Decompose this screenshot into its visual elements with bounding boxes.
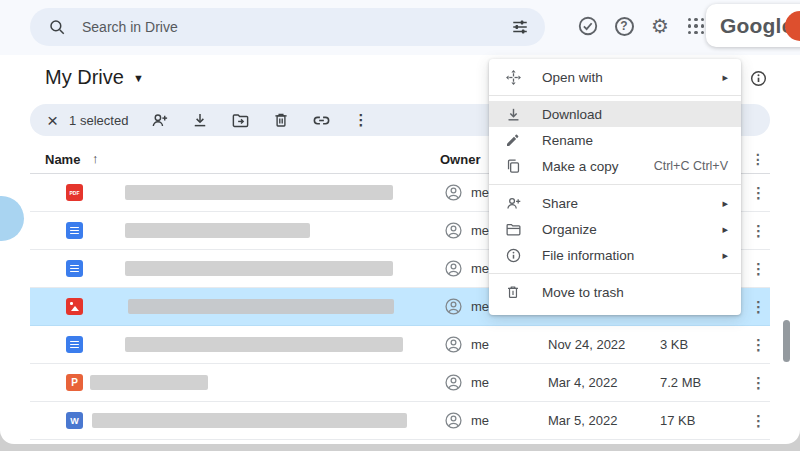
move-to-folder-icon[interactable]	[231, 111, 250, 130]
menu-item-file-information[interactable]: File information ▸	[489, 242, 741, 268]
more-options-icon[interactable]: ⋮	[751, 412, 766, 430]
owner-label: me	[471, 299, 489, 314]
rename-icon	[505, 132, 525, 148]
view-details-icon[interactable]	[749, 69, 768, 92]
page-title: My Drive	[45, 66, 124, 89]
menu-divider	[489, 273, 741, 274]
owner-avatar	[444, 373, 463, 392]
more-options-icon[interactable]: ⋮	[751, 374, 766, 392]
menu-item-make-a-copy[interactable]: Make a copy Ctrl+C Ctrl+V	[489, 153, 741, 179]
menu-item-organize[interactable]: Organize ▸	[489, 216, 741, 242]
owner-label: me	[471, 261, 489, 276]
copy-icon	[505, 158, 525, 175]
download-icon	[505, 106, 525, 123]
redacted-file-name	[92, 413, 407, 428]
open-with-icon	[505, 69, 525, 86]
more-actions-icon[interactable]: ⋮	[353, 111, 368, 129]
owner-label: me	[471, 185, 489, 200]
owner-label: me	[471, 223, 489, 238]
menu-divider	[489, 95, 741, 96]
google-docs-file-icon	[66, 260, 83, 277]
chevron-down-icon: ▼	[133, 72, 144, 84]
google-docs-file-icon	[66, 336, 83, 353]
clear-selection-icon[interactable]: ×	[47, 111, 58, 130]
more-options-icon[interactable]: ⋮	[751, 184, 766, 202]
search-icon	[48, 18, 66, 36]
redacted-file-name	[125, 185, 393, 200]
column-options-icon[interactable]: ⋮	[751, 151, 765, 167]
owner-avatar	[444, 183, 463, 202]
owner-avatar	[444, 335, 463, 354]
trash-icon	[505, 284, 525, 300]
table-row[interactable]: W me Mar 5, 2022 17 KB ⋮	[30, 402, 770, 440]
top-bar: ? ⚙ Google	[0, 0, 800, 55]
column-header-name[interactable]: Name	[45, 152, 80, 167]
pdf-file-icon: PDF	[66, 184, 83, 201]
owner-label: me	[471, 413, 489, 428]
modified-date: Nov 24, 2022	[548, 337, 625, 352]
owner-avatar	[444, 259, 463, 278]
owner-avatar	[444, 411, 463, 430]
menu-item-share[interactable]: Share ▸	[489, 190, 741, 216]
organize-icon	[505, 221, 525, 238]
redacted-file-name	[125, 337, 403, 352]
column-header-owner[interactable]: Owner	[440, 152, 480, 167]
menu-item-open-with[interactable]: Open with ▸	[489, 64, 741, 90]
copy-link-icon[interactable]	[312, 111, 331, 130]
share-icon	[505, 195, 525, 212]
table-row[interactable]: P me Mar 4, 2022 7.2 MB ⋮	[30, 364, 770, 402]
more-options-icon[interactable]: ⋮	[751, 336, 766, 354]
owner-label: me	[471, 337, 489, 352]
file-size: 3 KB	[660, 337, 688, 352]
menu-divider	[489, 184, 741, 185]
menu-item-move-to-trash[interactable]: Move to trash	[489, 279, 741, 305]
redacted-file-name	[125, 223, 310, 238]
image-file-icon	[66, 298, 83, 315]
owner-label: me	[471, 375, 489, 390]
submenu-arrow-icon: ▸	[722, 249, 728, 262]
owner-avatar	[444, 221, 463, 240]
apps-grid-icon[interactable]	[684, 14, 708, 38]
search-bar[interactable]	[30, 8, 545, 46]
trash-icon[interactable]	[272, 111, 290, 129]
redacted-file-name	[128, 299, 394, 314]
menu-item-download[interactable]: Download	[489, 101, 741, 127]
owner-avatar	[444, 297, 463, 316]
share-icon[interactable]	[150, 111, 169, 130]
sort-ascending-icon[interactable]: ↑	[92, 151, 99, 166]
modified-date: Mar 5, 2022	[548, 413, 617, 428]
search-options-icon[interactable]	[507, 14, 533, 40]
menu-item-rename[interactable]: Rename	[489, 127, 741, 153]
submenu-arrow-icon: ▸	[722, 71, 728, 84]
page-title-dropdown[interactable]: My Drive ▼	[45, 66, 144, 89]
help-icon[interactable]: ?	[612, 14, 636, 38]
submenu-arrow-icon: ▸	[722, 223, 728, 236]
search-input[interactable]	[80, 18, 507, 36]
context-menu: Open with ▸ Download Rename Make a copy …	[489, 59, 741, 315]
table-row[interactable]: me Nov 24, 2022 3 KB ⋮	[30, 326, 770, 364]
redacted-file-name	[125, 261, 393, 276]
google-docs-file-icon	[66, 222, 83, 239]
keyboard-shortcut: Ctrl+C Ctrl+V	[654, 159, 728, 173]
redacted-file-name	[90, 375, 208, 390]
powerpoint-file-icon: P	[66, 374, 83, 391]
offline-status-icon[interactable]	[576, 14, 600, 38]
more-options-icon[interactable]: ⋮	[751, 260, 766, 278]
word-file-icon: W	[66, 412, 83, 429]
file-size: 7.2 MB	[660, 375, 701, 390]
more-options-icon[interactable]: ⋮	[751, 222, 766, 240]
scrollbar-thumb[interactable]	[783, 320, 790, 362]
file-size: 17 KB	[660, 413, 695, 428]
more-options-icon[interactable]: ⋮	[751, 298, 766, 316]
selected-count: 1 selected	[69, 113, 128, 128]
settings-icon[interactable]: ⚙	[648, 14, 672, 38]
download-icon[interactable]	[191, 111, 209, 129]
modified-date: Mar 4, 2022	[548, 375, 617, 390]
submenu-arrow-icon: ▸	[722, 197, 728, 210]
drive-window: ? ⚙ Google My Drive ▼ × 1 selected	[0, 0, 800, 444]
file-info-icon	[505, 247, 525, 264]
